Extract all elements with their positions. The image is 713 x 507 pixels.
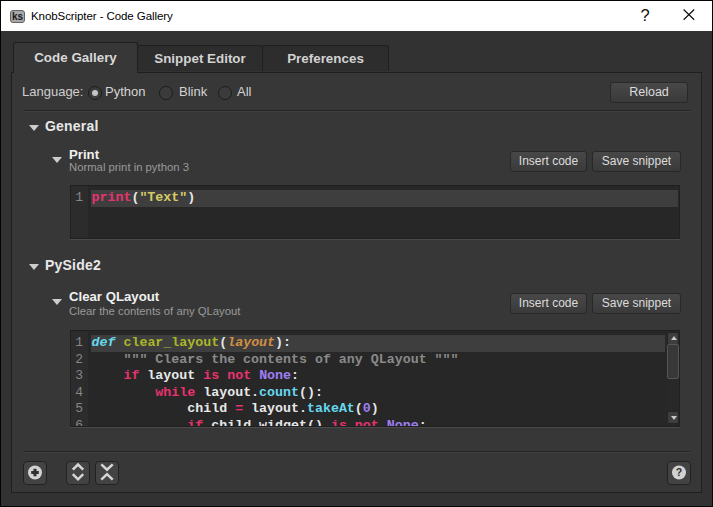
svg-text:?: ? xyxy=(676,466,682,478)
